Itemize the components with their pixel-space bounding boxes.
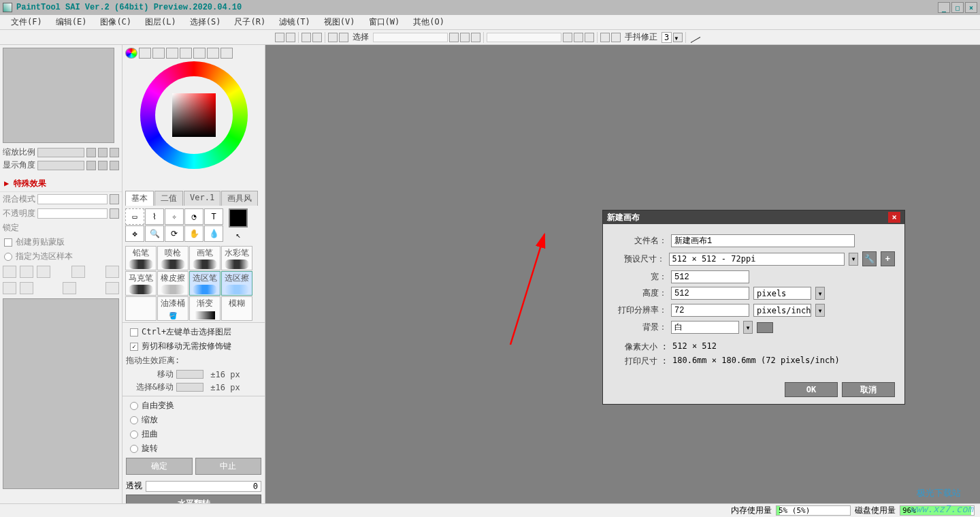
new-vector-layer-button[interactable] xyxy=(20,266,33,278)
res-unit-dropdown-icon[interactable]: ▾ xyxy=(815,304,825,317)
checkbox-icon[interactable] xyxy=(4,238,12,247)
tab-basic[interactable]: 基本 xyxy=(125,191,154,206)
free-transform-opt[interactable]: 自由变换 xyxy=(126,398,261,413)
brush-brush[interactable]: 画笔 xyxy=(189,246,220,270)
tb-btn-13[interactable] xyxy=(600,33,610,42)
menu-file[interactable]: 文件(F) xyxy=(4,15,49,29)
tb-btn-8[interactable] xyxy=(460,33,470,42)
close-button[interactable]: × xyxy=(965,2,977,13)
ctrl-click-opt[interactable]: Ctrl+左键单击选择图层 xyxy=(126,325,261,339)
checkbox-icon[interactable] xyxy=(130,328,138,336)
tb-btn-12[interactable] xyxy=(585,33,594,42)
navigator-preview[interactable] xyxy=(3,48,114,143)
tb-stabilizer-value[interactable]: 3 xyxy=(662,32,672,43)
tb-btn-11[interactable] xyxy=(574,33,583,42)
dialog-cancel-button[interactable]: 取消 xyxy=(842,382,895,397)
flip-h-button[interactable]: 水平翻转 xyxy=(126,495,261,503)
lasso-tool[interactable]: ⌇ xyxy=(145,208,164,225)
blend-dropdown-icon[interactable] xyxy=(110,194,119,204)
effects-header[interactable]: 特殊效果 xyxy=(0,176,122,192)
brush-selpen[interactable]: 选区笔 xyxy=(189,271,220,296)
angle-reset-button[interactable] xyxy=(110,161,119,170)
tb-btn-9[interactable] xyxy=(471,33,480,42)
tb-btn-4[interactable] xyxy=(312,33,322,42)
brush-blur[interactable]: 模糊 xyxy=(221,296,252,321)
angle-cw-button[interactable] xyxy=(98,161,108,170)
radio-icon[interactable] xyxy=(130,430,138,439)
tb-btn-5[interactable] xyxy=(328,33,338,42)
foreground-color-swatch[interactable] xyxy=(229,208,248,228)
hand-tool[interactable]: ✋ xyxy=(184,225,203,242)
zoom-slider[interactable] xyxy=(37,148,84,157)
brush-bucket[interactable]: 油漆桶🪣 xyxy=(157,296,189,321)
height-input[interactable] xyxy=(671,287,749,300)
layer-settings-button[interactable] xyxy=(105,282,119,294)
scratchpad-icon[interactable] xyxy=(166,48,178,59)
angle-slider[interactable] xyxy=(37,161,84,170)
bg-color-swatch[interactable] xyxy=(757,322,773,333)
dialog-ok-button[interactable]: OK xyxy=(785,382,838,397)
selmove-slider[interactable] xyxy=(176,383,203,392)
brush-empty[interactable] xyxy=(125,296,157,321)
mask-button[interactable] xyxy=(71,266,85,278)
brush-pencil[interactable]: 铅笔 xyxy=(125,246,157,270)
tab-ver1[interactable]: Ver.1 xyxy=(184,191,220,206)
opacity-field[interactable] xyxy=(37,208,108,219)
checkbox-icon[interactable]: ✓ xyxy=(130,343,138,351)
zoom-reset-button[interactable] xyxy=(110,148,119,157)
menu-image[interactable]: 图像(C) xyxy=(93,15,138,29)
menu-layer[interactable]: 图层(L) xyxy=(138,15,183,29)
distort-opt[interactable]: 扭曲 xyxy=(126,427,261,441)
new-folder-button[interactable] xyxy=(37,266,50,278)
menu-filter[interactable]: 滤镜(T) xyxy=(272,15,317,29)
palette-grid3-icon[interactable] xyxy=(220,48,233,59)
move-slider[interactable] xyxy=(176,370,203,379)
brush-airbrush[interactable]: 喷枪 xyxy=(157,246,189,270)
color-bars2-icon[interactable] xyxy=(152,48,165,59)
rotate-opt[interactable]: 旋转 xyxy=(126,441,261,456)
tb-btn-3[interactable] xyxy=(301,33,311,42)
layer-menu-button[interactable] xyxy=(105,266,119,278)
tb-btn-1[interactable] xyxy=(275,33,284,42)
zoom-plus-button[interactable] xyxy=(98,148,108,157)
tb-btn-6[interactable] xyxy=(339,33,348,42)
preset-dropdown-icon[interactable]: ▾ xyxy=(849,253,858,266)
resolution-input[interactable] xyxy=(671,304,749,317)
brush-gradient[interactable]: 渐变 xyxy=(189,296,220,321)
perspective-field[interactable]: 0 xyxy=(146,481,261,492)
filename-input[interactable] xyxy=(671,234,855,247)
menu-select[interactable]: 选择(S) xyxy=(183,15,228,29)
unit-select[interactable]: pixels xyxy=(753,287,811,300)
maximize-button[interactable]: □ xyxy=(951,2,964,13)
menu-ruler[interactable]: 尺子(R) xyxy=(227,15,272,29)
color-bars-icon[interactable] xyxy=(139,48,151,59)
canvas-area[interactable]: 新建画布 × 文件名： 预设尺寸： 512 × 512 - 72ppi ▾ 🔧 … xyxy=(265,45,980,503)
rotate-tool[interactable]: ⟳ xyxy=(165,225,184,242)
zoom-minus-button[interactable] xyxy=(86,148,96,157)
marquee-tool[interactable]: ▭ xyxy=(125,208,144,225)
brush-selerase[interactable]: 选区擦 xyxy=(221,271,252,296)
palette-grid2-icon[interactable] xyxy=(207,48,219,59)
shape-tool[interactable]: ◔ xyxy=(184,208,203,225)
radio-icon[interactable] xyxy=(4,253,12,261)
dialog-title-bar[interactable]: 新建画布 × xyxy=(603,210,904,224)
merge-down-button[interactable] xyxy=(3,282,16,294)
tb-btn-10[interactable] xyxy=(563,33,572,42)
minimize-button[interactable]: _ xyxy=(938,2,950,13)
brush-eraser[interactable]: 橡皮擦 xyxy=(157,271,189,296)
bg-dropdown-icon[interactable]: ▾ xyxy=(743,321,753,334)
preset-select[interactable]: 512 × 512 - 72ppi xyxy=(669,253,845,266)
transform-cancel-button[interactable]: 中止 xyxy=(195,458,262,475)
scale-opt[interactable]: 缩放 xyxy=(126,413,261,427)
delete-layer-button[interactable] xyxy=(63,282,76,294)
menu-window[interactable]: 窗口(W) xyxy=(362,15,407,29)
bg-select[interactable]: 白 xyxy=(671,321,739,334)
preset-add-button[interactable]: + xyxy=(881,251,895,266)
width-input[interactable] xyxy=(671,270,749,283)
color-wheel[interactable] xyxy=(129,61,259,191)
menu-view[interactable]: 视图(V) xyxy=(317,15,362,29)
tab-binary[interactable]: 二值 xyxy=(154,191,183,206)
tab-paint-style[interactable]: 画具风 xyxy=(221,191,258,206)
clip-mask-row[interactable]: 创建剪贴蒙版 xyxy=(0,235,122,249)
cut-move-opt[interactable]: ✓ 剪切和移动无需按修饰键 xyxy=(126,339,261,354)
